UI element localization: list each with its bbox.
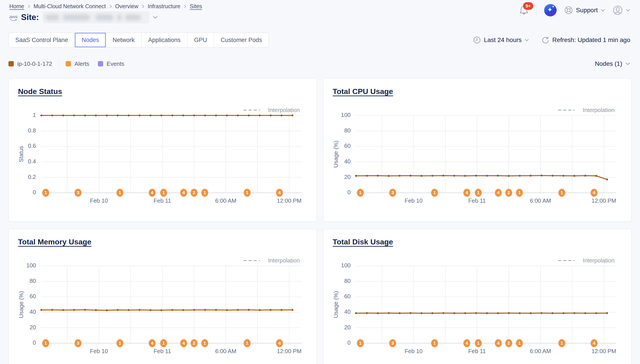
account-chevron-down-icon <box>626 9 630 12</box>
svg-text:1: 1 <box>518 340 521 346</box>
chart-plot[interactable]: 020406080100Usage (%)Feb 10Feb 116:00 AM… <box>9 229 317 364</box>
svg-text:1: 1 <box>45 190 47 195</box>
svg-text:1: 1 <box>477 190 480 195</box>
support-menu[interactable]: Support <box>564 6 605 15</box>
svg-text:Usage (%): Usage (%) <box>333 291 339 318</box>
legend-swatch <box>66 61 71 66</box>
series-legend: ip-10-0-1-172AlertsEvents <box>9 59 124 69</box>
svg-text:1: 1 <box>119 190 121 195</box>
refresh-icon <box>541 36 549 44</box>
svg-text:40: 40 <box>344 158 351 164</box>
tab-gpu[interactable]: GPU <box>188 33 214 47</box>
breadcrumb-item-multi-cloud-network-connect[interactable]: Multi-Cloud Network Connect <box>34 3 106 10</box>
tab-network[interactable]: Network <box>106 33 142 47</box>
chart-title-link[interactable]: Total CPU Usage <box>333 87 393 96</box>
breadcrumb-item-infrastructure[interactable]: Infrastructure <box>148 3 180 10</box>
svg-text:3: 3 <box>77 340 79 346</box>
sparkle-small-icon: ✦ <box>552 5 555 9</box>
legend-row: ip-10-0-1-172AlertsEvents Nodes (1) <box>0 59 640 69</box>
top-bar: HomeMulti-Cloud Network ConnectOverviewI… <box>0 0 640 23</box>
notifications-button[interactable]: 9+ <box>519 5 529 16</box>
svg-text:0.4: 0.4 <box>28 158 36 164</box>
svg-text:1: 1 <box>561 190 563 195</box>
chart-plot[interactable]: 020406080100Usage (%)Feb 10Feb 116:00 AM… <box>323 79 631 222</box>
view-tabs: SaaS Control PlaneNodesNetworkApplicatio… <box>9 33 269 47</box>
nodes-dropdown-label: Nodes (1) <box>595 60 622 67</box>
svg-text:1: 1 <box>204 190 206 195</box>
svg-text:40: 40 <box>30 309 36 315</box>
svg-text:3: 3 <box>391 340 394 346</box>
svg-text:4: 4 <box>182 190 185 195</box>
chart-plot[interactable]: 00.20.40.60.81StatusFeb 10Feb 116:00 AM1… <box>9 79 317 222</box>
tab-saas-control-plane[interactable]: SaaS Control Plane <box>9 33 75 47</box>
svg-text:Feb 11: Feb 11 <box>468 348 486 354</box>
svg-text:Feb 11: Feb 11 <box>154 198 171 204</box>
svg-text:Feb 10: Feb 10 <box>90 348 108 354</box>
svg-text:1: 1 <box>162 340 165 346</box>
svg-text:1: 1 <box>518 190 521 195</box>
legend-chip-ip-10-0-1-172[interactable]: ip-10-0-1-172 <box>9 60 52 67</box>
site-name-redacted[interactable] <box>43 11 149 23</box>
chart-title-link[interactable]: Total Memory Usage <box>18 238 91 246</box>
time-range-label: Last 24 hours <box>484 36 522 44</box>
svg-text:0.2: 0.2 <box>28 174 36 180</box>
svg-text:1: 1 <box>433 340 436 346</box>
refresh-button[interactable]: Refresh: Updated 1 min ago <box>541 36 630 44</box>
legend-label: Events <box>107 60 125 67</box>
svg-text:1: 1 <box>162 190 165 195</box>
chevron-right-icon <box>27 4 31 8</box>
account-menu[interactable] <box>613 5 630 15</box>
svg-text:Feb 10: Feb 10 <box>405 198 423 204</box>
svg-text:1: 1 <box>561 340 563 346</box>
svg-text:4: 4 <box>151 190 154 195</box>
svg-text:4: 4 <box>278 340 281 346</box>
refresh-label: Refresh: Updated 1 min ago <box>552 36 630 44</box>
chart-title-link[interactable]: Total Disk Usage <box>333 238 393 246</box>
svg-text:0.6: 0.6 <box>28 143 36 149</box>
aws-icon: aws <box>9 14 18 22</box>
breadcrumb-item-sites[interactable]: Sites <box>190 3 202 10</box>
tab-nodes[interactable]: Nodes <box>75 33 106 47</box>
svg-text:80: 80 <box>344 278 351 284</box>
svg-text:4: 4 <box>151 340 154 346</box>
ai-assistant-button[interactable]: ✦ ✦ <box>544 4 557 16</box>
svg-text:20: 20 <box>344 174 351 180</box>
svg-text:0: 0 <box>347 340 350 346</box>
svg-text:3: 3 <box>391 190 394 195</box>
svg-text:60: 60 <box>344 293 351 299</box>
aws-icon-text: aws <box>9 14 18 19</box>
chevron-right-icon <box>184 4 187 8</box>
time-range-dropdown[interactable]: Last 24 hours <box>473 36 529 44</box>
svg-text:4: 4 <box>593 340 595 346</box>
svg-text:1: 1 <box>204 340 206 346</box>
svg-text:Status: Status <box>18 146 24 162</box>
svg-text:4: 4 <box>278 190 281 195</box>
breadcrumb-item-home[interactable]: Home <box>9 3 24 10</box>
svg-text:2: 2 <box>507 340 510 346</box>
chart-card-total-cpu-usage: Total CPU Usage020406080100Usage (%)Feb … <box>323 78 631 222</box>
svg-text:Interpolation: Interpolation <box>268 107 300 113</box>
chevron-right-icon <box>109 4 112 8</box>
chart-plot[interactable]: 020406080100Usage (%)Feb 10Feb 116:00 AM… <box>323 229 631 364</box>
svg-text:100: 100 <box>341 112 351 118</box>
svg-text:12:00 PM: 12:00 PM <box>277 348 302 354</box>
svg-text:0: 0 <box>33 340 36 346</box>
tab-applications[interactable]: Applications <box>142 33 188 47</box>
time-range-chevron-icon <box>525 39 529 42</box>
svg-text:80: 80 <box>344 127 351 134</box>
site-chevron-down-icon[interactable] <box>153 16 158 19</box>
chart-title-link[interactable]: Node Status <box>18 87 62 96</box>
svg-text:1: 1 <box>246 190 249 195</box>
nodes-dropdown[interactable]: Nodes (1) <box>595 60 630 67</box>
support-chevron-down-icon <box>601 9 605 12</box>
tab-customer-pods[interactable]: Customer Pods <box>214 33 269 47</box>
svg-text:12:00 PM: 12:00 PM <box>591 198 616 204</box>
svg-text:1: 1 <box>119 340 121 346</box>
breadcrumb-item-overview[interactable]: Overview <box>115 3 138 10</box>
svg-text:1: 1 <box>433 190 436 195</box>
svg-text:4: 4 <box>465 190 468 195</box>
svg-text:20: 20 <box>30 324 36 330</box>
legend-chip-alerts[interactable]: Alerts <box>66 60 89 67</box>
clock-icon <box>473 36 481 44</box>
legend-chip-events[interactable]: Events <box>98 60 125 67</box>
